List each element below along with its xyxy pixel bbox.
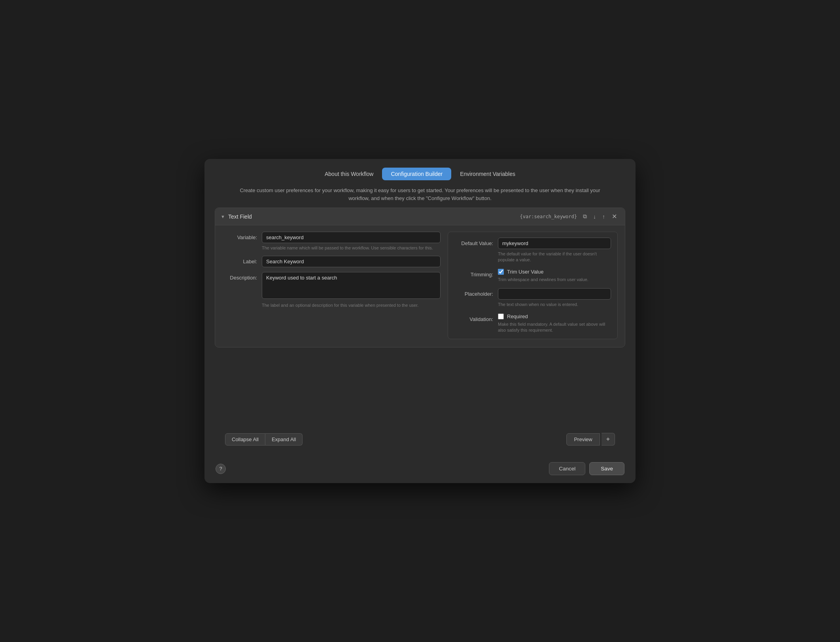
field-card-title: ▼ Text Field <box>221 213 252 220</box>
right-panel: Default Value: The default value for the… <box>448 232 618 339</box>
dialog: About this Workflow Configuration Builde… <box>204 159 636 483</box>
help-button[interactable]: ? <box>216 464 226 474</box>
left-panel: Variable: The variable name which will b… <box>222 232 441 339</box>
validation-hint: Make this field mandatory. A default val… <box>498 321 611 334</box>
description-hint: The label and an optional description fo… <box>262 302 441 308</box>
trimming-label: Trimming: <box>454 269 498 278</box>
validation-checkbox-label[interactable]: Required <box>507 313 528 319</box>
left-actions: Collapse All Expand All <box>225 433 303 446</box>
trimming-checkbox-row: Trim User Value <box>498 269 611 275</box>
cancel-button[interactable]: Cancel <box>549 462 585 475</box>
default-value-row: Default Value: The default value for the… <box>454 238 611 263</box>
trimming-field-wrap: Trim User Value Trim whitespace and newl… <box>498 269 611 283</box>
label-field-wrap <box>262 256 441 267</box>
add-field-button[interactable]: + <box>602 433 615 446</box>
validation-label: Validation: <box>454 313 498 322</box>
close-field-button[interactable]: ✕ <box>609 212 619 221</box>
footer: ? Cancel Save <box>204 458 636 483</box>
content-area: ▼ Text Field {var:search_keyword} ⧉ ↓ ↑ … <box>204 208 636 458</box>
collapse-all-button[interactable]: Collapse All <box>225 433 265 446</box>
default-value-hint: The default value for the variable if th… <box>498 251 611 263</box>
move-up-button[interactable]: ↑ <box>600 212 607 221</box>
placeholder-row: Placeholder: The text shown when no valu… <box>454 288 611 308</box>
chevron-down-icon[interactable]: ▼ <box>221 214 225 219</box>
expand-all-button[interactable]: Expand All <box>265 433 303 446</box>
trimming-hint: Trim whitespace and newlines from user v… <box>498 277 611 283</box>
variable-label: Variable: <box>222 232 262 240</box>
description-field-wrap: Keyword used to start a search The label… <box>262 272 441 308</box>
variable-input[interactable] <box>262 232 441 243</box>
copy-var-button[interactable]: ⧉ <box>581 212 589 221</box>
trimming-checkbox[interactable] <box>498 269 504 275</box>
variable-row: Variable: The variable name which will b… <box>222 232 441 251</box>
placeholder-hint: The text shown when no value is entered. <box>498 302 611 308</box>
validation-field-wrap: Required Make this field mandatory. A de… <box>498 313 611 334</box>
move-down-button[interactable]: ↓ <box>591 212 598 221</box>
var-badge: {var:search_keyword} <box>520 214 577 219</box>
tab-config[interactable]: Configuration Builder <box>382 168 451 180</box>
footer-right: Cancel Save <box>549 462 624 475</box>
validation-checkbox-row: Required <box>498 313 611 319</box>
tab-about[interactable]: About this Workflow <box>316 168 382 180</box>
field-type-label: Text Field <box>228 213 252 220</box>
save-button[interactable]: Save <box>589 462 624 475</box>
variable-field-wrap: The variable name which will be passed t… <box>262 232 441 251</box>
validation-row: Validation: Required Make this field man… <box>454 313 611 334</box>
default-value-field-wrap: The default value for the variable if th… <box>498 238 611 263</box>
label-input[interactable] <box>262 256 441 267</box>
label-label: Label: <box>222 256 262 264</box>
trimming-row: Trimming: Trim User Value Trim whitespac… <box>454 269 611 283</box>
label-row: Label: <box>222 256 441 267</box>
description-textarea[interactable]: Keyword used to start a search <box>262 272 441 299</box>
field-card-actions: {var:search_keyword} ⧉ ↓ ↑ ✕ <box>520 212 620 221</box>
description-row: Description: Keyword used to start a sea… <box>222 272 441 308</box>
field-card: ▼ Text Field {var:search_keyword} ⧉ ↓ ↑ … <box>215 208 625 347</box>
description-label: Description: <box>222 272 262 281</box>
variable-hint: The variable name which will be passed t… <box>262 245 441 251</box>
trimming-checkbox-label[interactable]: Trim User Value <box>507 269 543 275</box>
placeholder-input[interactable] <box>498 288 611 300</box>
default-value-label: Default Value: <box>454 238 498 246</box>
tab-bar: About this Workflow Configuration Builde… <box>204 159 636 180</box>
field-card-header: ▼ Text Field {var:search_keyword} ⧉ ↓ ↑ … <box>215 208 625 225</box>
right-actions: Preview + <box>566 433 615 446</box>
validation-checkbox[interactable] <box>498 313 504 319</box>
placeholder-field-wrap: The text shown when no value is entered. <box>498 288 611 308</box>
placeholder-label: Placeholder: <box>454 288 498 297</box>
default-value-input[interactable] <box>498 238 611 249</box>
field-body: Variable: The variable name which will b… <box>215 225 625 347</box>
tab-env[interactable]: Environment Variables <box>451 168 524 180</box>
action-bar: Collapse All Expand All Preview + <box>215 429 625 452</box>
preview-button[interactable]: Preview <box>566 433 600 446</box>
description-text: Create custom user preferences for your … <box>204 180 636 208</box>
